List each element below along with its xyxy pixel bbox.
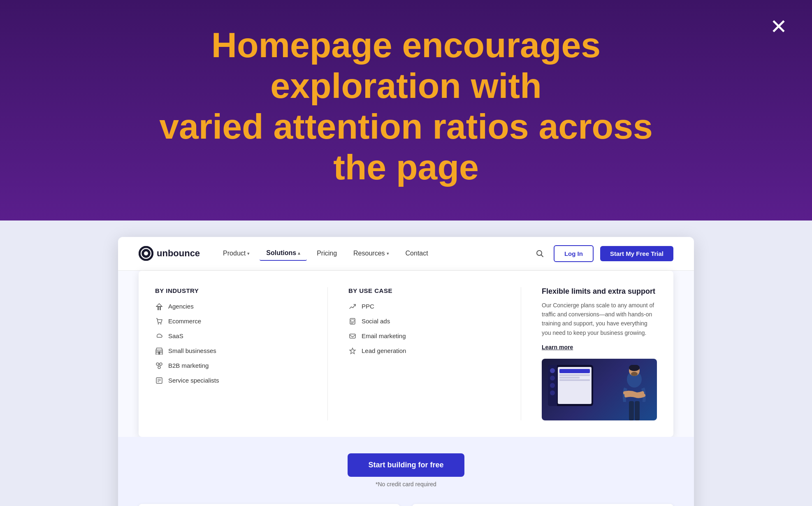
- promo-description: Our Concierge plans scale to any amount …: [542, 301, 657, 338]
- main-area: unbounce Product ▾ Solutions ▴ Pricing R…: [0, 221, 812, 506]
- svg-rect-12: [157, 351, 158, 353]
- svg-point-8: [158, 323, 159, 324]
- chevron-down-icon: ▾: [247, 251, 250, 256]
- saas-icon: [155, 332, 163, 340]
- email-marketing-label: Email marketing: [362, 332, 406, 339]
- nav-item-pricing[interactable]: Pricing: [310, 246, 343, 260]
- list-item[interactable]: Agencies: [155, 302, 307, 311]
- svg-line-18: [158, 365, 159, 366]
- menu-column-usecase: By use case PPC: [348, 287, 500, 421]
- logo-icon: [139, 246, 153, 261]
- login-button[interactable]: Log In: [554, 245, 594, 262]
- list-item[interactable]: Email marketing: [348, 332, 500, 340]
- small-businesses-icon: [155, 347, 163, 355]
- social-ads-label: Social ads: [362, 318, 390, 325]
- navbar: unbounce Product ▾ Solutions ▴ Pricing R…: [118, 237, 694, 271]
- banner-title: Homepage encourages exploration with var…: [139, 25, 673, 188]
- svg-rect-11: [158, 351, 160, 355]
- list-item[interactable]: Social ads: [348, 317, 500, 325]
- promo-image: [542, 359, 657, 420]
- b2b-marketing-icon: [155, 362, 163, 370]
- promo-title: Flexible limits and extra support: [542, 287, 657, 296]
- nav-item-solutions[interactable]: Solutions ▴: [260, 246, 307, 261]
- email-marketing-icon: [348, 332, 357, 340]
- mega-menu: By industry Agencies: [139, 271, 673, 437]
- banner: ✕ Homepage encourages exploration with v…: [0, 0, 812, 221]
- svg-line-4: [541, 255, 543, 257]
- close-icon[interactable]: ✕: [770, 16, 787, 37]
- menu-divider-2: [521, 287, 521, 421]
- service-specialists-label: Service specialists: [168, 377, 219, 384]
- hero-section: Start building for free *No credit card …: [118, 437, 694, 496]
- nav-item-resources[interactable]: Resources ▾: [347, 246, 395, 260]
- search-icon[interactable]: [532, 246, 547, 261]
- start-building-button[interactable]: Start building for free: [348, 453, 464, 477]
- usecase-list: PPC Social ads: [348, 302, 500, 355]
- stats-strip: A VARIANT A +30% B VARIANT B: [118, 496, 694, 506]
- menu-promo: Flexible limits and extra support Our Co…: [542, 287, 657, 421]
- ecommerce-icon: [155, 317, 163, 325]
- variant-stat-card: A VARIANT A +30% B VARIANT B: [139, 504, 400, 506]
- logo-text: unbounce: [157, 248, 200, 259]
- svg-point-32: [631, 372, 638, 376]
- chevron-up-icon: ▴: [298, 251, 300, 256]
- menu-divider: [327, 287, 328, 421]
- logo[interactable]: unbounce: [139, 246, 200, 261]
- svg-point-15: [160, 363, 162, 365]
- svg-rect-34: [635, 401, 640, 420]
- page-stats-card: +12% Page statistics: [412, 504, 673, 506]
- menu-column-industry: By industry Agencies: [155, 287, 307, 421]
- lead-generation-icon: [348, 347, 357, 355]
- agencies-label: Agencies: [168, 303, 194, 310]
- industry-list: Agencies Ecommerce: [155, 302, 307, 385]
- svg-point-14: [156, 363, 159, 365]
- svg-line-19: [160, 365, 160, 366]
- list-item[interactable]: Lead generation: [348, 347, 500, 355]
- nav-right: Log In Start My Free Trial: [532, 245, 673, 262]
- svg-rect-13: [160, 351, 162, 353]
- chevron-down-icon-2: ▾: [387, 251, 389, 256]
- hero-subcopy: *No credit card required: [139, 481, 673, 487]
- usecase-title: By use case: [348, 287, 500, 294]
- list-item[interactable]: Small businesses: [155, 347, 307, 355]
- website-mockup: unbounce Product ▾ Solutions ▴ Pricing R…: [118, 237, 694, 506]
- nav-items: Product ▾ Solutions ▴ Pricing Resources …: [216, 246, 532, 261]
- svg-rect-33: [629, 401, 634, 420]
- start-trial-button[interactable]: Start My Free Trial: [600, 246, 673, 261]
- list-item[interactable]: SaaS: [155, 332, 307, 340]
- industry-title: By industry: [155, 287, 307, 294]
- svg-rect-6: [158, 307, 159, 310]
- saas-label: SaaS: [168, 332, 183, 339]
- social-ads-icon: [348, 317, 357, 325]
- nav-item-contact[interactable]: Contact: [399, 246, 435, 260]
- b2b-marketing-label: B2B marketing: [168, 362, 209, 369]
- service-specialists-icon: [155, 376, 163, 385]
- list-item[interactable]: B2B marketing: [155, 362, 307, 370]
- svg-rect-7: [160, 307, 161, 310]
- nav-item-product[interactable]: Product ▾: [216, 246, 256, 260]
- svg-point-2: [144, 251, 148, 255]
- svg-point-16: [158, 366, 160, 369]
- learn-more-link[interactable]: Learn more: [542, 344, 657, 350]
- ecommerce-label: Ecommerce: [168, 318, 201, 325]
- small-businesses-label: Small businesses: [168, 347, 216, 354]
- list-item[interactable]: PPC: [348, 302, 500, 311]
- list-item[interactable]: Service specialists: [155, 376, 307, 385]
- ppc-icon: [348, 302, 357, 311]
- lead-generation-label: Lead generation: [362, 347, 406, 354]
- svg-rect-25: [351, 320, 354, 322]
- ppc-label: PPC: [362, 303, 374, 310]
- svg-rect-28: [350, 334, 355, 338]
- svg-point-9: [160, 323, 162, 324]
- list-item[interactable]: Ecommerce: [155, 317, 307, 325]
- agencies-icon: [155, 302, 163, 311]
